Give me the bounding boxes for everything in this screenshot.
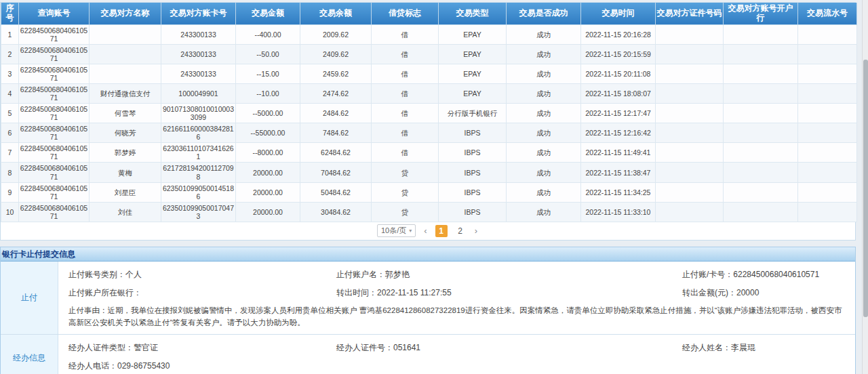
column-header: 查询账号	[19, 3, 90, 24]
column-header: 序号	[1, 3, 19, 24]
agent-info-side-label: 经办信息	[1, 335, 58, 374]
table-cell: 20000.00	[236, 182, 300, 202]
stop-payment-reason: 止付事由：近期，我单位在接报刘妮被骗警情中，发现涉案人员利用贵单位相关账户 曹鸿…	[68, 305, 845, 329]
table-cell	[724, 64, 798, 83]
vertical-scrollbar	[862, 0, 868, 374]
table-cell: IBPS	[439, 182, 507, 202]
transactions-table-header: 序号查询账号交易对方名称交易对方账卡号交易金额交易余额借贷标志交易类型交易是否成…	[1, 3, 857, 24]
page-number-1[interactable]: 1	[435, 225, 448, 237]
table-cell: 借	[372, 24, 439, 44]
table-cell: 2022-11-15 20:16:28	[581, 24, 656, 44]
table-cell: 6228450068040610571	[19, 83, 90, 103]
table-cell	[724, 104, 798, 123]
table-cell: 6228450068040610571	[19, 44, 90, 64]
table-cell: 6230361101073416261	[161, 143, 236, 163]
table-cell: 243300133	[161, 64, 236, 83]
table-cell	[798, 143, 857, 163]
table-cell	[656, 104, 724, 123]
stop-account-name: 止付账户名：郭梦艳	[336, 266, 682, 284]
table-cell: 借	[372, 64, 439, 83]
table-cell	[656, 202, 724, 222]
table-cell: --400.00	[236, 24, 300, 44]
table-cell: 6228450068040610571	[19, 123, 90, 143]
table-cell: 2009.62	[300, 24, 372, 44]
table-cell: 借	[372, 123, 439, 143]
prev-page-icon[interactable]: ‹	[422, 226, 428, 236]
table-cell: --10.00	[236, 83, 300, 103]
table-cell: 1	[1, 24, 19, 44]
table-cell: 2022-11-15 18:08:07	[581, 83, 656, 103]
table-cell: 2022-11-15 11:38:47	[581, 163, 656, 182]
table-cell: 2484.62	[300, 104, 372, 123]
table-cell: IBPS	[439, 163, 507, 182]
agent-id-number: 经办人证件号：051641	[336, 339, 682, 357]
table-cell	[90, 44, 161, 64]
page-size-select[interactable]: 10条/页 ▾	[377, 224, 416, 237]
table-cell: IBPS	[439, 143, 507, 163]
next-page-icon[interactable]: ›	[473, 226, 479, 236]
pagination: 10条/页 ▾ ‹ 1 2 ›	[1, 222, 855, 240]
table-cell: 贷	[372, 202, 439, 222]
table-cell: 20000.00	[236, 202, 300, 222]
table-row: 96228450068040610571刘星臣62350109905001451…	[1, 182, 857, 202]
table-cell	[798, 64, 857, 83]
table-cell	[656, 182, 724, 202]
table-cell: 20000.00	[236, 163, 300, 182]
agent-phone: 经办人电话：029-86755430	[68, 357, 336, 374]
table-cell: 借	[372, 44, 439, 64]
stop-card-number: 止付账/卡号：6228450068040610571	[682, 266, 845, 284]
table-cell	[724, 123, 798, 143]
table-cell	[724, 44, 798, 64]
table-cell	[798, 83, 857, 103]
table-cell: 6228450068040610571	[19, 202, 90, 222]
transfer-out-time: 转出时间：2022-11-15 11:27:55	[336, 284, 682, 302]
table-cell: --15.00	[236, 64, 300, 83]
table-cell: 9010713080100100033099	[161, 104, 236, 123]
table-cell: 刘星臣	[90, 182, 161, 202]
transactions-panel: 序号查询账号交易对方名称交易对方账卡号交易金额交易余额借贷标志交易类型交易是否成…	[0, 2, 856, 241]
table-cell: 30484.62	[300, 202, 372, 222]
table-cell: 2022-11-15 11:49:41	[581, 143, 656, 163]
transfer-out-amount: 转出金额(元)：20000	[682, 284, 845, 302]
table-cell: 成功	[507, 64, 581, 83]
stop-payment-section: 银行卡止付提交信息 止付 止付账号类别：个人 止付账户名：郭梦艳 止付账/卡号：…	[0, 247, 856, 374]
page-number-2[interactable]: 2	[454, 225, 467, 237]
table-cell: 2022-11-15 20:15:59	[581, 44, 656, 64]
table-row: 106228450068040610571刘佳62350109905001704…	[1, 202, 857, 222]
table-cell: 6228450068040610571	[19, 104, 90, 123]
column-header: 交易是否成功	[507, 3, 581, 24]
table-cell: 6	[1, 123, 19, 143]
table-cell: --5000.00	[236, 104, 300, 123]
table-cell: IBPS	[439, 202, 507, 222]
scrollbar-thumb[interactable]	[863, 60, 868, 317]
table-cell	[798, 44, 857, 64]
agent-name: 经办人姓名：李晨琨	[682, 339, 845, 357]
table-cell: --8000.00	[236, 143, 300, 163]
table-cell	[724, 163, 798, 182]
table-cell	[656, 143, 724, 163]
table-cell: 刘佳	[90, 202, 161, 222]
table-cell	[724, 143, 798, 163]
stop-account-type: 止付账号类别：个人	[68, 266, 336, 284]
table-cell: 62484.62	[300, 143, 372, 163]
table-cell	[798, 163, 857, 182]
table-cell: 借	[372, 143, 439, 163]
table-cell: 243300133	[161, 44, 236, 64]
table-cell	[798, 104, 857, 123]
table-cell: 郭梦婷	[90, 143, 161, 163]
table-cell: 2022-11-15 20:11:08	[581, 64, 656, 83]
table-cell: 7	[1, 143, 19, 163]
table-cell: 50484.62	[300, 182, 372, 202]
chevron-down-icon: ▾	[409, 228, 412, 234]
table-cell: 1000049901	[161, 83, 236, 103]
table-cell	[656, 123, 724, 143]
table-cell: 成功	[507, 104, 581, 123]
table-cell: 2022-11-15 11:33:10	[581, 202, 656, 222]
table-row: 56228450068040610571何雪琴90107130801001000…	[1, 104, 857, 123]
table-cell: 3	[1, 64, 19, 83]
column-header: 交易余额	[300, 3, 372, 24]
table-cell: 2022-11-15 11:34:25	[581, 182, 656, 202]
column-header: 交易时间	[581, 3, 656, 24]
table-cell: 成功	[507, 143, 581, 163]
table-cell: 2022-11-15 12:17:47	[581, 104, 656, 123]
